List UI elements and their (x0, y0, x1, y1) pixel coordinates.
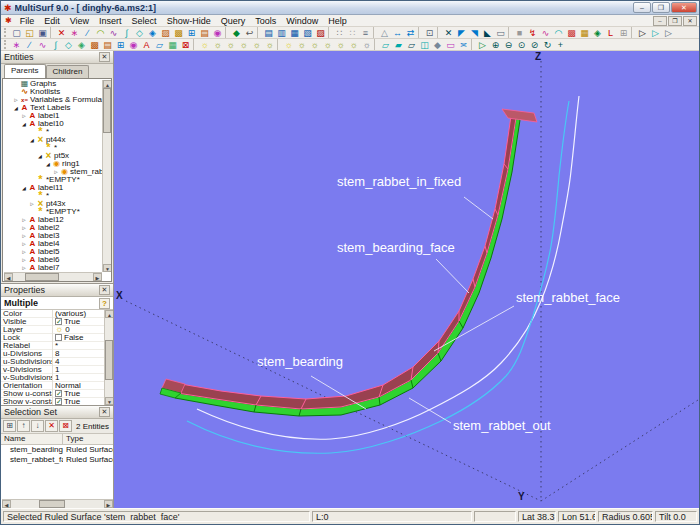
tree-expander-icon[interactable] (20, 224, 28, 232)
select-pointer-button[interactable]: ▷ (476, 39, 489, 50)
mask-magnets-button[interactable]: ◇ (62, 39, 75, 50)
grid-display-button[interactable]: ∷ (346, 27, 359, 38)
Help[interactable]: Help (323, 15, 352, 27)
tree-expander-icon[interactable] (20, 216, 28, 224)
column-header-name[interactable]: Name (1, 434, 63, 444)
paste-entity-button[interactable]: ▰ (392, 39, 405, 50)
stem-bearding-surface[interactable] (175, 118, 520, 416)
show-solid-button[interactable]: ▩ (565, 27, 578, 38)
grid-snap-button[interactable]: ∷ (333, 27, 346, 38)
property-value[interactable]: (various) (53, 310, 104, 318)
title-bar[interactable]: ✱ MultiSurf 9.0 - [ dinghy-6a.ms2:1] –❐✕ (1, 1, 699, 15)
property-checkbox-icon[interactable] (55, 398, 62, 405)
stem-rabbet-surface[interactable] (177, 116, 516, 409)
clear-set-button[interactable]: ⊠ (59, 420, 72, 432)
mask-all-button[interactable]: ⊠ (179, 39, 192, 50)
toolbar-grip[interactable] (4, 40, 7, 49)
Show-Hide[interactable]: Show-Hide (162, 15, 216, 27)
pan-view-button[interactable]: + (554, 39, 567, 50)
close-button[interactable]: ✕ (671, 2, 697, 13)
separator[interactable] (418, 27, 422, 38)
properties-vertical-scrollbar[interactable]: ▲ ▼ (104, 310, 113, 405)
hide-tool-button[interactable]: ■ (513, 27, 526, 38)
mask-curves-button[interactable]: ∿ (36, 39, 49, 50)
view-plan-button[interactable]: ▦ (288, 27, 301, 38)
select-parents-button[interactable]: ◤ (455, 27, 468, 38)
ruler-button[interactable]: ≡ (359, 27, 372, 38)
scroll-right-icon[interactable]: ▶ (104, 500, 113, 508)
property-row[interactable]: Show v-constant True (1, 398, 104, 405)
scroll-up-icon[interactable]: ▲ (105, 310, 113, 318)
tree-item[interactable]: label10 (4, 120, 102, 128)
show-arc-button[interactable]: ◠ (552, 27, 565, 38)
move-up-button[interactable]: ↑ (17, 420, 30, 432)
tree-expander-icon[interactable] (20, 264, 28, 272)
Edit[interactable]: Edit (39, 15, 65, 27)
columns-button[interactable]: ⊞ (3, 420, 16, 432)
insert-magnet-button[interactable]: ◇ (133, 27, 146, 38)
undo-button[interactable]: ↩ (243, 27, 256, 38)
view-perspective-button[interactable]: ▨ (314, 27, 327, 38)
entities-close-icon[interactable]: ✕ (99, 52, 110, 62)
remove-item-button[interactable]: ✕ (45, 420, 58, 432)
tree-expander-icon[interactable] (20, 256, 28, 264)
File[interactable]: File (15, 15, 40, 27)
separator[interactable] (631, 27, 635, 38)
tree-item[interactable]: label11 (4, 184, 102, 192)
tree-expander-icon[interactable] (20, 240, 28, 248)
scroll-right-icon[interactable]: ▶ (93, 273, 102, 281)
tree-expander-icon[interactable] (20, 112, 28, 120)
mdi-minimize-button[interactable]: – (653, 16, 667, 26)
tree-expander-icon[interactable] (12, 104, 20, 112)
layer-show-all-button[interactable]: ☼ (282, 39, 295, 50)
layer-toggle-button[interactable]: ☼ (334, 39, 347, 50)
scroll-down-icon[interactable]: ▼ (105, 397, 113, 405)
column-header-type[interactable]: Type (63, 434, 113, 444)
evaluate-button[interactable]: ◆ (230, 27, 243, 38)
separator[interactable] (328, 27, 332, 38)
entity-label[interactable]: stem_rabbet_out (453, 419, 551, 433)
property-value[interactable]: 1 (53, 366, 104, 374)
show-point-button[interactable]: ↯ (526, 27, 539, 38)
zoom-out-button[interactable]: ⊖ (502, 39, 515, 50)
entity-label[interactable]: stem_rabbet_in_fixed (337, 175, 461, 189)
viewport[interactable]: stem_rabbet_in_fixedstem_bearding_facest… (114, 51, 699, 508)
mask-surfaces-button[interactable]: ◈ (75, 39, 88, 50)
distance-button[interactable]: ↔ (391, 27, 404, 38)
layer-show-button[interactable]: ☼ (295, 39, 308, 50)
properties-button[interactable]: ⊡ (423, 27, 436, 38)
layer-isolate-button[interactable]: ☼ (321, 39, 334, 50)
show-knot-button[interactable]: ⊞ (617, 27, 630, 38)
offset-button[interactable]: ⇄ (404, 27, 417, 38)
invert-visibility-bulb-button[interactable]: ☼ (263, 39, 276, 50)
Insert[interactable]: Insert (94, 15, 127, 27)
mdi-restore-button[interactable]: ❐ (668, 16, 682, 26)
save-file-button[interactable]: ▣ (36, 27, 49, 38)
duplicate-entity-button[interactable]: ▱ (405, 39, 418, 50)
pick-filter-button[interactable]: ▷ (649, 27, 662, 38)
property-value[interactable]: 8 (53, 350, 104, 358)
open-file-button[interactable]: ◱ (23, 27, 36, 38)
View[interactable]: View (65, 15, 94, 27)
mask-graphs-button[interactable]: ▦ (166, 39, 179, 50)
hide-unselected-bulb-button[interactable]: ☼ (237, 39, 250, 50)
insert-point-button[interactable]: ∗ (68, 27, 81, 38)
selection-info-button[interactable]: ▭ (494, 27, 507, 38)
mask-grids-button[interactable]: ⊞ (114, 39, 127, 50)
selection-row[interactable]: stem_rabbet_face Ruled Surface (1, 455, 113, 465)
mask-planes-button[interactable]: ▱ (153, 39, 166, 50)
zoom-window-button[interactable]: ⊙ (515, 39, 528, 50)
rotate-view-button[interactable]: ↻ (541, 39, 554, 50)
separator[interactable] (374, 39, 378, 50)
view-side-button[interactable]: ▥ (275, 27, 288, 38)
separator[interactable] (437, 27, 441, 38)
minimize-button[interactable]: – (633, 2, 651, 13)
show-curve-button[interactable]: ∿ (539, 27, 552, 38)
hide-selected-bulb-button[interactable]: ☼ (224, 39, 237, 50)
property-checkbox-icon[interactable] (55, 390, 62, 397)
toolbar-grip[interactable] (4, 28, 7, 37)
tree-expander-icon[interactable] (20, 184, 28, 192)
property-value[interactable]: True (53, 398, 104, 406)
join-button[interactable]: ≍ (457, 39, 470, 50)
help-icon[interactable]: ? (99, 298, 110, 309)
